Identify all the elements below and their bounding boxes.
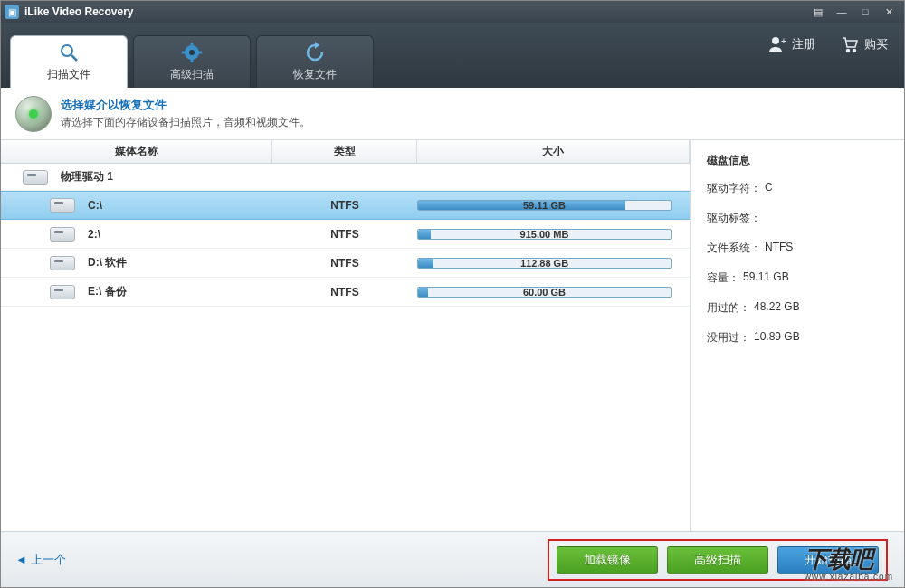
drive-size: 59.11 GB	[523, 200, 566, 211]
info-value: NTFS	[765, 241, 793, 256]
drive-size: 915.00 MB	[520, 229, 569, 240]
scan-orb-icon	[15, 96, 52, 132]
tab-label: 恢复文件	[293, 67, 337, 82]
drive-row[interactable]: 2:\NTFS915.00 MB	[1, 220, 690, 249]
info-key: 驱动标签：	[707, 211, 761, 226]
previous-link[interactable]: ◄ 上一个	[15, 552, 66, 568]
action-button-group: 加载镜像 高级扫描 开始扫描	[548, 539, 888, 581]
info-value: 10.89 GB	[754, 330, 800, 346]
svg-marker-8	[315, 42, 319, 49]
window-controls: ▤ — □ ✕	[806, 4, 900, 20]
disk-info-title: 磁盘信息	[707, 153, 888, 168]
previous-label: 上一个	[31, 552, 66, 568]
info-key: 容量：	[707, 270, 739, 286]
drive-table: 媒体名称 类型 大小 物理驱动 1 C:\NTFS59.11 GB2:\NTFS…	[1, 140, 691, 531]
drive-name: E:\ 备份	[88, 284, 127, 299]
cart-icon	[841, 35, 859, 53]
usage-bar: 59.11 GB	[417, 200, 672, 211]
info-key: 驱动字符：	[707, 181, 761, 196]
minimize-button[interactable]: —	[830, 4, 853, 20]
usage-bar: 60.00 GB	[417, 287, 672, 298]
col-header-size[interactable]: 大小	[417, 140, 690, 163]
magnifier-icon	[58, 42, 80, 63]
app-icon: ▣	[5, 5, 19, 19]
tab-recover-files[interactable]: 恢复文件	[256, 35, 374, 88]
drive-type: NTFS	[272, 228, 417, 241]
svg-point-9	[772, 37, 779, 44]
hdd-icon	[23, 170, 48, 185]
disk-info-row: 没用过：10.89 GB	[707, 330, 888, 346]
settings-window-button[interactable]: ▤	[806, 4, 830, 20]
buy-label: 购买	[864, 36, 888, 52]
drive-name: 2:\	[88, 228, 100, 241]
title-bar: ▣ iLike Video Recovery ▤ — □ ✕	[1, 1, 904, 23]
table-header: 媒体名称 类型 大小	[1, 140, 690, 164]
hdd-icon	[50, 256, 75, 270]
tab-scan-files[interactable]: 扫描文件	[10, 35, 128, 88]
tab-label: 扫描文件	[47, 67, 90, 82]
load-image-button[interactable]: 加载镜像	[557, 546, 658, 574]
drive-row[interactable]: C:\NTFS59.11 GB	[1, 191, 690, 220]
disk-info-row: 用过的：48.22 GB	[707, 300, 888, 316]
info-value: 48.22 GB	[754, 300, 800, 316]
disk-info-row: 驱动字符：C	[707, 181, 888, 196]
info-value: C	[765, 181, 773, 196]
drive-name: C:\	[88, 199, 102, 212]
hdd-icon	[50, 285, 75, 299]
usage-bar: 915.00 MB	[417, 229, 672, 240]
hdd-icon	[50, 198, 75, 213]
start-scan-button[interactable]: 开始扫描	[777, 546, 879, 574]
close-button[interactable]: ✕	[877, 4, 900, 20]
drive-name: D:\ 软件	[88, 255, 127, 270]
advanced-scan-button[interactable]: 高级扫描	[667, 546, 768, 574]
info-heading: 选择媒介以恢复文件	[61, 97, 310, 113]
refresh-icon	[304, 42, 326, 63]
drive-row[interactable]: E:\ 备份NTFS60.00 GB	[1, 278, 690, 307]
drive-type: NTFS	[272, 199, 417, 212]
drive-size: 112.88 GB	[520, 258, 568, 269]
register-label: 注册	[792, 36, 815, 52]
user-plus-icon: +	[768, 35, 786, 53]
info-key: 没用过：	[707, 330, 750, 346]
tab-advanced-scan[interactable]: 高级扫描	[133, 35, 251, 88]
info-key: 文件系统：	[707, 241, 761, 256]
toolbar-right: + 注册 购买	[768, 35, 888, 53]
info-value: 59.11 GB	[743, 270, 789, 286]
info-key: 用过的：	[707, 300, 750, 316]
physical-drive-row[interactable]: 物理驱动 1	[1, 164, 690, 191]
drive-type: NTFS	[272, 286, 417, 299]
drive-row[interactable]: D:\ 软件NTFS112.88 GB	[1, 249, 690, 278]
svg-point-0	[62, 45, 72, 56]
info-subtext: 请选择下面的存储设备扫描照片，音频和视频文件。	[61, 115, 310, 130]
col-header-type[interactable]: 类型	[272, 140, 417, 163]
disk-info-panel: 磁盘信息 驱动字符：C驱动标签：文件系统：NTFS容量：59.11 GB用过的：…	[691, 140, 904, 531]
disk-info-row: 文件系统：NTFS	[707, 241, 888, 256]
tab-label: 高级扫描	[170, 67, 214, 82]
col-header-name[interactable]: 媒体名称	[1, 140, 272, 163]
info-strip: 选择媒介以恢复文件 请选择下面的存储设备扫描照片，音频和视频文件。	[1, 88, 904, 140]
arrow-left-icon: ◄	[15, 553, 27, 566]
maximize-button[interactable]: □	[853, 4, 877, 20]
svg-point-12	[853, 50, 856, 52]
svg-line-1	[71, 55, 77, 61]
physical-drive-label: 物理驱动 1	[61, 169, 113, 185]
svg-point-3	[189, 50, 195, 55]
hdd-icon	[50, 227, 75, 242]
drive-type: NTFS	[272, 257, 417, 270]
svg-text:+: +	[781, 36, 786, 46]
drive-size: 60.00 GB	[523, 287, 566, 298]
toolbar: 扫描文件 高级扫描 恢复文件 + 注册 购买	[1, 23, 904, 88]
buy-button[interactable]: 购买	[841, 35, 888, 53]
footer: ◄ 上一个 加载镜像 高级扫描 开始扫描	[1, 531, 904, 587]
app-title: iLike Video Recovery	[24, 5, 806, 18]
table-body: 物理驱动 1 C:\NTFS59.11 GB2:\NTFS915.00 MBD:…	[1, 164, 690, 531]
disk-info-row: 驱动标签：	[707, 211, 888, 226]
disk-info-row: 容量：59.11 GB	[707, 270, 888, 286]
gear-icon	[181, 42, 203, 63]
main-area: 媒体名称 类型 大小 物理驱动 1 C:\NTFS59.11 GB2:\NTFS…	[1, 140, 904, 531]
usage-bar: 112.88 GB	[417, 258, 672, 269]
register-button[interactable]: + 注册	[768, 35, 815, 53]
svg-point-11	[847, 50, 850, 52]
